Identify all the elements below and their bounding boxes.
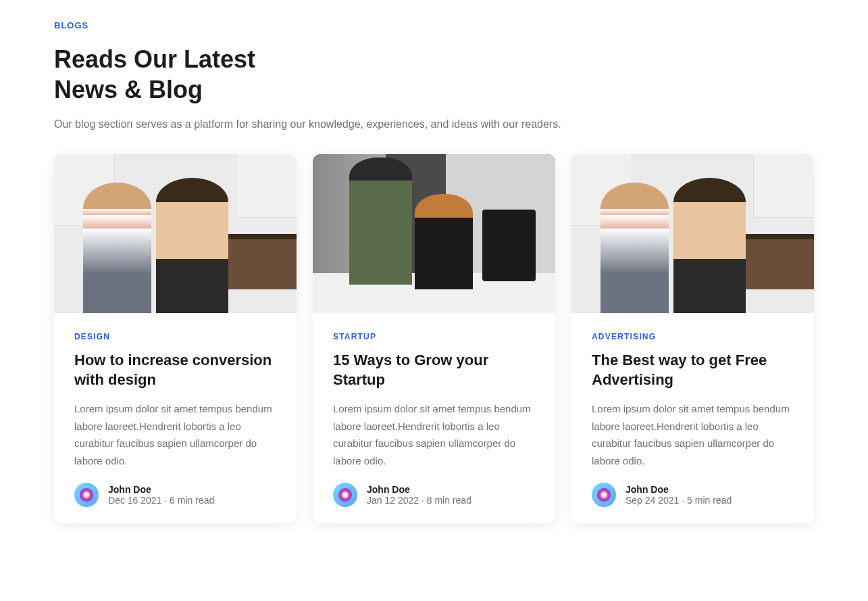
author-meta: Sep 24 2021 · 5 min read: [626, 495, 732, 506]
author-info: John Doe Sep 24 2021 · 5 min read: [626, 484, 732, 506]
card-image: [54, 154, 297, 313]
card-description: Lorem ipsum dolor sit amet tempus bendum…: [74, 400, 276, 469]
section-label: BLOGS: [54, 20, 814, 30]
card-category[interactable]: DESIGN: [74, 332, 276, 341]
title-line-1: Reads Our Latest: [54, 45, 255, 73]
author-meta: Jan 12 2022 · 8 min read: [367, 495, 471, 506]
blog-card[interactable]: STARTUP 15 Ways to Grow your Startup Lor…: [313, 154, 555, 523]
author-name[interactable]: John Doe: [626, 484, 732, 495]
section-subtitle: Our blog section serves as a platform fo…: [54, 118, 814, 130]
title-line-2: News & Blog: [54, 76, 203, 103]
card-footer: John Doe Dec 16 2021 · 6 min read: [74, 483, 276, 507]
card-category[interactable]: STARTUP: [333, 332, 535, 341]
author-info: John Doe Jan 12 2022 · 8 min read: [367, 484, 471, 506]
blog-cards-container: DESIGN How to increase conversion with d…: [54, 154, 814, 523]
card-body: DESIGN How to increase conversion with d…: [54, 313, 297, 523]
card-image: [313, 154, 555, 313]
card-footer: John Doe Jan 12 2022 · 8 min read: [333, 483, 535, 507]
author-avatar[interactable]: [592, 483, 616, 507]
author-name[interactable]: John Doe: [108, 484, 214, 495]
card-description: Lorem ipsum dolor sit amet tempus bendum…: [592, 400, 794, 469]
card-category[interactable]: ADVERTISING: [592, 332, 794, 341]
author-info: John Doe Dec 16 2021 · 6 min read: [108, 484, 214, 506]
author-avatar[interactable]: [74, 483, 99, 507]
card-body: STARTUP 15 Ways to Grow your Startup Lor…: [313, 313, 555, 523]
card-footer: John Doe Sep 24 2021 · 5 min read: [592, 483, 794, 507]
card-title[interactable]: 15 Ways to Grow your Startup: [333, 351, 535, 389]
card-title[interactable]: The Best way to get Free Advertising: [592, 351, 794, 389]
card-image: [571, 154, 814, 313]
author-meta: Dec 16 2021 · 6 min read: [108, 495, 214, 506]
card-title[interactable]: How to increase conversion with design: [74, 351, 276, 389]
page-title: Reads Our Latest News & Blog: [54, 44, 814, 105]
card-description: Lorem ipsum dolor sit amet tempus bendum…: [333, 400, 535, 469]
blog-card[interactable]: ADVERTISING The Best way to get Free Adv…: [571, 154, 814, 523]
author-name[interactable]: John Doe: [367, 484, 471, 495]
blog-section: BLOGS Reads Our Latest News & Blog Our b…: [54, 20, 814, 523]
blog-card[interactable]: DESIGN How to increase conversion with d…: [54, 154, 297, 523]
card-body: ADVERTISING The Best way to get Free Adv…: [571, 313, 814, 523]
author-avatar[interactable]: [333, 483, 357, 507]
